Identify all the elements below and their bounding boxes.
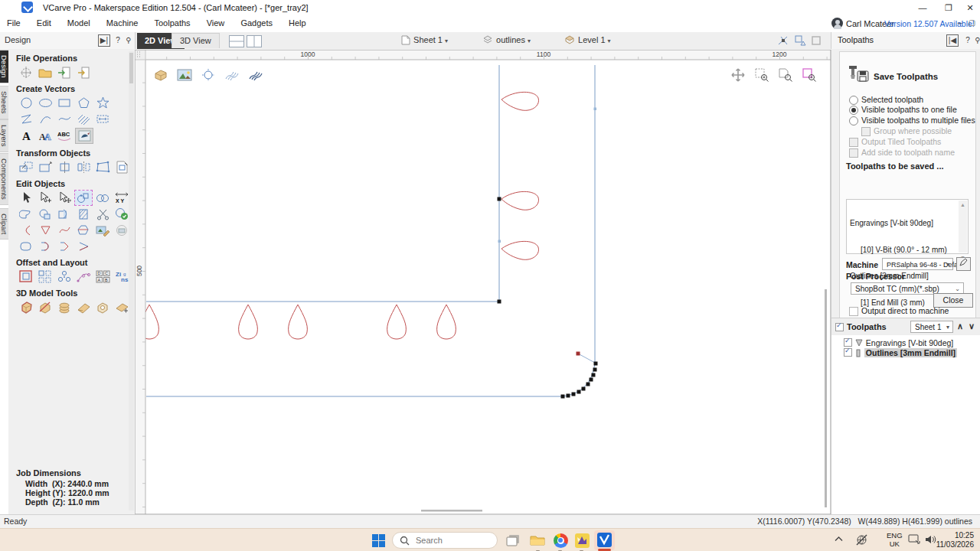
tray-chevron-icon[interactable] [835,536,843,542]
add-3d-clipart-icon[interactable] [18,300,34,315]
arrow-keys-move-icon[interactable] [37,223,54,237]
tray-language-indicator[interactable]: ENG UK [887,531,903,548]
carve-3d-icon[interactable] [37,300,54,315]
export-vectors-icon[interactable] [75,65,92,80]
trace-bitmap-icon[interactable] [94,223,111,237]
draw-polyline-icon[interactable] [18,112,34,126]
menu-gadgets[interactable]: Gadgets [234,15,279,31]
edit-machine-button[interactable] [956,257,971,271]
sketch-icon[interactable] [75,112,92,126]
tab-3d-view[interactable]: 3D View [172,33,220,48]
node-edit-tool-icon[interactable] [37,191,54,205]
checkbox-output-tiled[interactable] [849,138,858,147]
search-input[interactable] [414,535,490,546]
start-button[interactable] [369,531,387,549]
tray-volume-icon[interactable] [925,534,937,545]
vector-validator-icon[interactable] [113,207,130,221]
menu-view[interactable]: View [200,15,232,31]
node-snap-icon[interactable] [199,67,217,83]
import-3d-model-icon[interactable] [113,300,130,315]
vcarve-maker-icon[interactable] [573,531,591,549]
chrome-icon[interactable] [551,531,570,549]
drawing-canvas[interactable]: 1000 1100 1200 500 [135,50,831,514]
toolpath-drawing-toggle-icon[interactable] [223,67,241,83]
draw-curve-icon[interactable] [56,112,73,126]
distort-objects-icon[interactable] [94,160,111,174]
checkbox-group-where-possible[interactable] [861,127,871,136]
dogbone-fillet-icon[interactable] [37,239,54,253]
tool-panel-scrollbar[interactable] [129,51,134,510]
circular-array-icon[interactable] [56,269,73,284]
edit-nodes-selected-icon[interactable] [75,191,92,205]
rectangle-tool-icon[interactable] [809,34,822,46]
offset-vectors-icon[interactable] [18,269,34,284]
list-scrollbar[interactable]: ▲▼ [959,201,967,253]
fillet-tool-icon[interactable] [18,223,34,237]
stack-levels-icon[interactable] [56,300,73,315]
tbone-fillet-icon[interactable] [56,239,73,253]
clipart-browser-icon[interactable] [75,128,93,144]
active-node-handle[interactable] [577,352,580,356]
interactive-trim-icon[interactable] [94,191,111,205]
toolpath-checkbox[interactable] [844,348,852,357]
radio-visible-one-file-label[interactable]: Visible toolpaths to one file [861,105,957,114]
taskbar-search[interactable] [392,532,498,549]
toolpaths-visibility-checkbox[interactable] [835,323,844,331]
toggle-bitmap-icon[interactable] [175,67,194,83]
radio-visible-multiple-files-label[interactable]: Visible toolpaths to multiple files [861,116,975,125]
extend-vectors-icon[interactable] [75,223,92,237]
file-explorer-icon[interactable] [528,531,547,549]
draw-rectangle-icon[interactable] [56,96,73,110]
measure-tool-icon[interactable]: X Y [113,191,130,205]
weld-vectors-icon[interactable] [18,207,34,221]
tray-clock[interactable]: 10:25 11/03/2026 [936,531,974,549]
toolpath-solid-toggle-icon[interactable] [247,67,265,83]
menu-file[interactable]: File [0,15,28,31]
close-button[interactable]: ✕ [957,0,980,15]
menu-machine[interactable]: Machine [100,15,145,31]
draw-circle-icon[interactable] [18,96,34,110]
snapping-toggle-icon[interactable] [776,34,789,46]
zoom-drawing-icon[interactable] [776,67,795,83]
layer-selector[interactable]: outlines ▾ [482,34,531,47]
subtract-vectors-icon[interactable] [56,207,73,221]
draw-dimensions-icon[interactable] [94,112,111,126]
fill-hatch-icon[interactable] [75,207,92,221]
mirror-objects-icon[interactable] [75,160,92,174]
chamfer-icon[interactable] [75,239,92,253]
crop-bitmap-icon[interactable] [113,223,130,237]
machine-combo[interactable]: PRSalpha 96-48 - Default▾ [882,258,953,270]
select-tool-icon[interactable] [18,191,34,205]
pan-tool-icon[interactable] [729,67,747,83]
fit-curves-icon[interactable] [56,223,73,237]
open-file-icon[interactable] [37,65,54,80]
job-setup-icon[interactable] [18,65,34,80]
array-copy-icon[interactable] [37,269,54,284]
interactive-move-tool-icon[interactable] [56,191,73,205]
curved-text-icon[interactable]: ABC [56,129,73,143]
move-toolpath-up-icon[interactable]: ∧ [957,321,963,331]
toolpath-checkbox[interactable] [844,338,852,347]
nesting-icon[interactable]: Zinsg [113,269,130,284]
midpoint-node[interactable] [498,240,501,243]
collapse-panel-icon[interactable]: ▶| [98,34,110,47]
tray-display-icon[interactable] [908,534,920,545]
split-horizontal-icon[interactable] [229,35,244,47]
import-vectors-icon[interactable] [56,65,73,80]
no-internet-icon[interactable] [856,534,867,546]
radio-selected-toolpath-label[interactable]: Selected toolpath [861,95,923,104]
tilt-model-icon[interactable] [75,300,92,315]
align-objects-icon[interactable] [56,160,73,174]
menu-help[interactable]: Help [282,15,313,31]
checkbox-add-side[interactable] [849,148,858,158]
radio-visible-multiple-files[interactable] [849,116,858,126]
draw-arc-icon[interactable] [37,112,54,126]
minimize-button[interactable]: — [910,0,936,15]
pin-icon[interactable]: ⚲ [122,34,135,47]
menu-edit[interactable]: Edit [30,15,58,31]
rounded-rect-joint-icon[interactable] [18,239,34,253]
midpoint-node[interactable] [594,108,597,111]
panel-minimize-icon[interactable]: ‒ [954,18,965,29]
draw-text-icon[interactable]: A [18,129,34,143]
vcarve-pro-taskbar-active[interactable] [594,530,615,550]
